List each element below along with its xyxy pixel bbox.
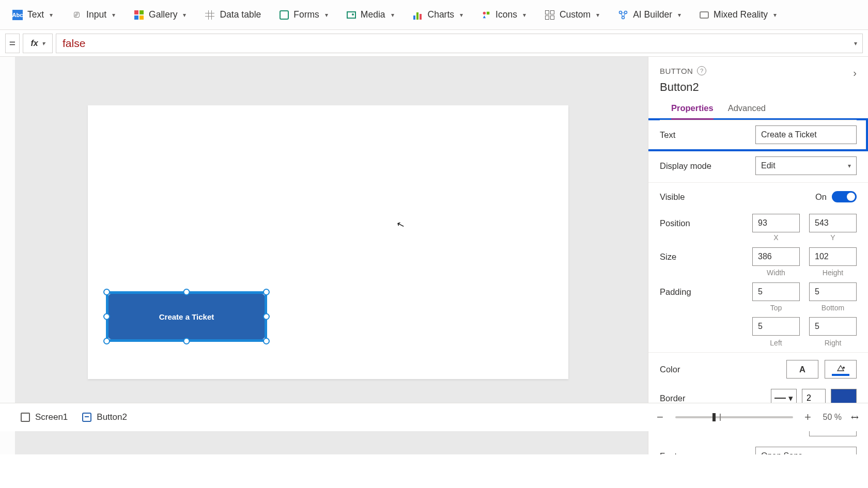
formula-input[interactable]: false ▾ xyxy=(56,34,863,53)
chevron-down-icon: ▾ xyxy=(848,162,851,169)
visible-toggle[interactable]: On xyxy=(815,191,857,202)
padding-bottom-input[interactable] xyxy=(809,282,857,301)
zoom-thumb[interactable] xyxy=(712,413,716,421)
prop-display-mode: Display mode Edit▾ xyxy=(648,151,868,180)
formula-value: false xyxy=(63,37,85,50)
svg-point-3 xyxy=(619,11,622,13)
table-icon xyxy=(205,10,215,20)
padding-right-input[interactable] xyxy=(809,317,857,336)
bottom-bar: Screen1 Button2 − + 50 % ⤢ xyxy=(0,403,868,431)
chevron-down-icon[interactable]: ▾ xyxy=(854,40,857,47)
svg-rect-1 xyxy=(487,11,489,14)
breadcrumb-button[interactable]: Button2 xyxy=(82,412,127,422)
chevron-down-icon: ▾ xyxy=(325,11,328,19)
resize-handle[interactable] xyxy=(103,338,110,344)
fit-screen-icon[interactable]: ⤢ xyxy=(848,411,861,424)
fill-color-picker[interactable] xyxy=(825,360,857,379)
control-name[interactable]: Button2 xyxy=(660,81,857,94)
position-y-input[interactable] xyxy=(809,214,857,232)
resize-handle[interactable] xyxy=(183,289,190,295)
screen-icon xyxy=(21,413,30,422)
icons-icon xyxy=(482,10,491,20)
chevron-down-icon: ▾ xyxy=(596,11,599,19)
size-height-input[interactable] xyxy=(809,247,857,266)
toolbar-custom[interactable]: Custom ▾ xyxy=(535,0,609,29)
canvas-button[interactable]: Create a Ticket xyxy=(109,294,265,339)
canvas-button-text: Create a Ticket xyxy=(159,312,214,321)
zoom-label: 50 % xyxy=(823,413,842,422)
toolbar-icons[interactable]: Icons ▾ xyxy=(472,0,535,29)
chevron-down-icon: ▾ xyxy=(773,11,777,19)
zoom-in-button[interactable]: + xyxy=(802,411,814,424)
toolbar-datatable-label: Data table xyxy=(220,9,261,20)
toolbar-aibuilder-label: AI Builder xyxy=(633,9,672,20)
prop-display-mode-select[interactable]: Edit▾ xyxy=(755,156,857,175)
svg-point-0 xyxy=(483,11,486,14)
prop-padding: Padding xyxy=(648,280,868,304)
tab-advanced[interactable]: Advanced xyxy=(728,103,766,120)
svg-point-5 xyxy=(622,16,625,19)
toolbar-input[interactable]: ⎚ Input ▾ xyxy=(62,0,125,29)
resize-handle[interactable] xyxy=(103,313,110,320)
position-x-input[interactable] xyxy=(752,214,800,232)
chevron-down-icon: ▾ xyxy=(460,11,463,19)
equals-box[interactable]: = xyxy=(5,34,20,53)
zoom-controls: − + 50 % ⤢ xyxy=(655,411,859,424)
prop-text: Text xyxy=(648,118,868,151)
prop-color: Color A xyxy=(648,355,868,384)
chevron-down-icon: ▾ xyxy=(788,393,793,403)
svg-point-4 xyxy=(625,11,627,13)
resize-handle[interactable] xyxy=(263,289,270,295)
chevron-down-icon: ▾ xyxy=(112,11,115,19)
prop-padding-lr xyxy=(648,315,868,339)
svg-marker-2 xyxy=(483,15,486,18)
prop-visible: Visible On xyxy=(648,185,868,209)
padding-tb-sublabels: TopBottom xyxy=(648,304,868,315)
selected-button-frame[interactable]: Create a Ticket xyxy=(106,291,267,342)
toolbar-media[interactable]: Media ▾ xyxy=(337,0,404,29)
chevron-right-icon[interactable]: › xyxy=(853,67,857,79)
resize-handle[interactable] xyxy=(103,289,110,295)
toolbar-mixedreality[interactable]: Mixed Reality ▾ xyxy=(690,0,786,29)
text-icon: Abc xyxy=(12,10,23,20)
cursor-icon: ↖ xyxy=(395,218,406,231)
breadcrumb-screen[interactable]: Screen1 xyxy=(21,412,68,422)
fx-button[interactable]: fx ▾ xyxy=(23,34,53,53)
toolbar-mixedreality-label: Mixed Reality xyxy=(714,9,768,20)
resize-handle[interactable] xyxy=(263,313,270,320)
chevron-down-icon: ▾ xyxy=(391,11,394,19)
tab-properties[interactable]: Properties xyxy=(671,103,714,120)
padding-top-input[interactable] xyxy=(752,282,800,301)
zoom-tick xyxy=(720,414,721,421)
canvas-area[interactable]: ↖ Create a Ticket xyxy=(16,57,648,454)
toolbar-forms-label: Forms xyxy=(293,9,319,20)
toolbar-media-label: Media xyxy=(361,9,385,20)
toolbar-forms[interactable]: Forms ▾ xyxy=(270,0,337,29)
toolbar-aibuilder[interactable]: AI Builder ▾ xyxy=(609,0,690,29)
font-select[interactable]: Open Sans▾ xyxy=(755,447,857,454)
help-icon[interactable]: ? xyxy=(697,66,706,75)
zoom-out-button[interactable]: − xyxy=(655,411,666,424)
canvas-screen[interactable]: ↖ Create a Ticket xyxy=(88,105,568,379)
chevron-down-icon: ▾ xyxy=(678,11,681,19)
control-type: BUTTON ? xyxy=(660,66,857,75)
padding-left-input[interactable] xyxy=(752,317,800,336)
font-color-picker[interactable]: A xyxy=(786,360,818,379)
toolbar-gallery[interactable]: Gallery ▾ xyxy=(125,0,195,29)
resize-handle[interactable] xyxy=(183,338,190,344)
toolbar-gallery-label: Gallery xyxy=(149,9,177,20)
prop-text-label: Text xyxy=(660,130,755,140)
media-icon xyxy=(347,11,356,19)
toolbar-charts[interactable]: Charts ▾ xyxy=(404,0,473,29)
toolbar-text[interactable]: Abc Text ▾ xyxy=(3,0,62,29)
button-icon xyxy=(82,413,91,422)
resize-handle[interactable] xyxy=(263,338,270,344)
size-width-input[interactable] xyxy=(752,247,800,266)
prop-text-input[interactable] xyxy=(755,125,857,144)
toolbar-text-label: Text xyxy=(27,9,44,20)
chevron-down-icon: ▾ xyxy=(523,11,526,19)
toolbar-datatable[interactable]: Data table xyxy=(195,0,270,29)
zoom-slider[interactable] xyxy=(675,416,793,418)
chevron-down-icon: ▾ xyxy=(183,11,186,19)
divider xyxy=(648,182,868,183)
